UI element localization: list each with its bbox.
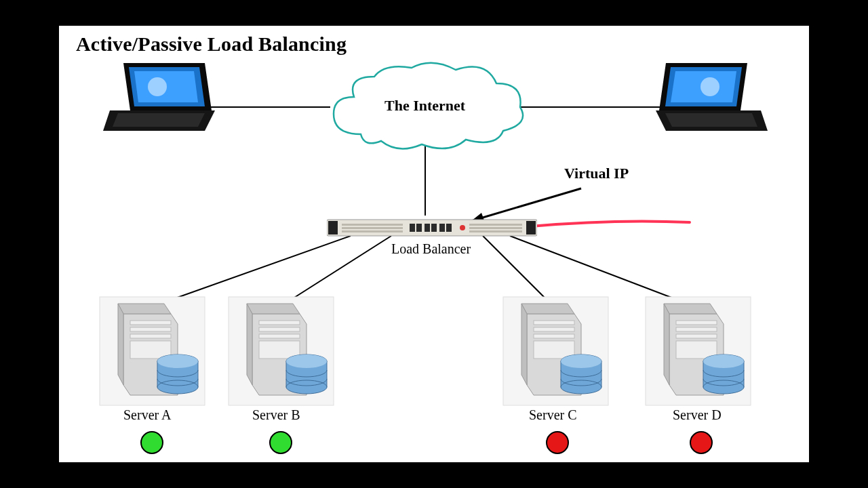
svg-rect-27 xyxy=(526,221,536,235)
svg-rect-56 xyxy=(259,327,300,331)
svg-rect-78 xyxy=(676,327,717,331)
svg-marker-43 xyxy=(118,304,123,385)
server-b-icon xyxy=(239,300,334,402)
svg-marker-65 xyxy=(521,304,527,385)
svg-rect-38 xyxy=(439,224,445,232)
svg-rect-28 xyxy=(342,224,403,226)
laptop-right-icon xyxy=(656,56,768,141)
svg-line-8 xyxy=(510,236,696,307)
server-b-label: Server B xyxy=(252,407,300,423)
svg-marker-53 xyxy=(247,304,300,314)
server-d-status-dot xyxy=(690,431,713,454)
svg-point-73 xyxy=(561,354,601,368)
server-c-label: Server C xyxy=(529,407,577,423)
svg-rect-39 xyxy=(446,224,452,232)
svg-rect-46 xyxy=(130,334,171,338)
svg-point-22 xyxy=(701,77,719,96)
svg-rect-68 xyxy=(534,334,574,338)
server-c-status-dot xyxy=(546,431,569,454)
svg-marker-54 xyxy=(247,304,252,385)
svg-rect-77 xyxy=(676,321,717,325)
load-balancer-label: Load Balancer xyxy=(391,241,471,257)
svg-marker-64 xyxy=(521,304,574,314)
svg-point-83 xyxy=(703,380,744,394)
svg-rect-34 xyxy=(410,224,415,232)
svg-rect-37 xyxy=(431,224,437,232)
svg-marker-18 xyxy=(113,113,205,127)
server-a-icon xyxy=(110,300,205,402)
svg-rect-36 xyxy=(425,224,430,232)
svg-rect-32 xyxy=(469,227,522,229)
svg-rect-67 xyxy=(534,327,574,331)
cloud-label: The Internet xyxy=(384,97,465,115)
svg-rect-57 xyxy=(259,334,300,338)
svg-point-72 xyxy=(561,380,601,394)
svg-point-84 xyxy=(703,354,744,368)
svg-point-16 xyxy=(148,77,167,96)
svg-rect-55 xyxy=(259,321,300,325)
svg-rect-33 xyxy=(469,230,522,232)
svg-rect-35 xyxy=(416,224,422,232)
svg-marker-42 xyxy=(118,304,171,314)
server-a-label: Server A xyxy=(123,407,172,423)
server-a-status-dot xyxy=(140,431,163,454)
svg-rect-45 xyxy=(130,327,171,331)
diagram-title: Active/Passive Load Balancing xyxy=(76,33,347,56)
svg-line-7 xyxy=(483,236,554,307)
server-b-status-dot xyxy=(269,431,292,454)
svg-marker-76 xyxy=(664,304,669,385)
load-balancer-icon xyxy=(327,216,537,241)
svg-rect-44 xyxy=(130,321,171,325)
svg-point-40 xyxy=(460,225,465,230)
svg-point-51 xyxy=(157,354,198,368)
svg-rect-66 xyxy=(534,321,574,325)
svg-marker-75 xyxy=(664,304,717,314)
svg-point-50 xyxy=(157,380,198,394)
server-d-icon xyxy=(656,300,751,402)
diagram-canvas: Active/Passive Load Balancing The Intern… xyxy=(58,24,810,464)
svg-point-62 xyxy=(286,354,327,368)
svg-marker-24 xyxy=(665,113,757,127)
svg-rect-79 xyxy=(676,334,717,338)
svg-rect-29 xyxy=(342,227,403,229)
server-c-icon xyxy=(513,300,608,402)
svg-point-61 xyxy=(286,380,327,394)
svg-rect-31 xyxy=(469,224,522,226)
svg-rect-30 xyxy=(342,230,403,232)
server-d-label: Server D xyxy=(673,407,722,423)
svg-rect-26 xyxy=(328,221,338,235)
svg-line-5 xyxy=(151,236,351,307)
svg-line-6 xyxy=(279,236,391,307)
virtual-ip-label: Virtual IP xyxy=(564,165,629,182)
laptop-left-icon xyxy=(103,56,215,141)
